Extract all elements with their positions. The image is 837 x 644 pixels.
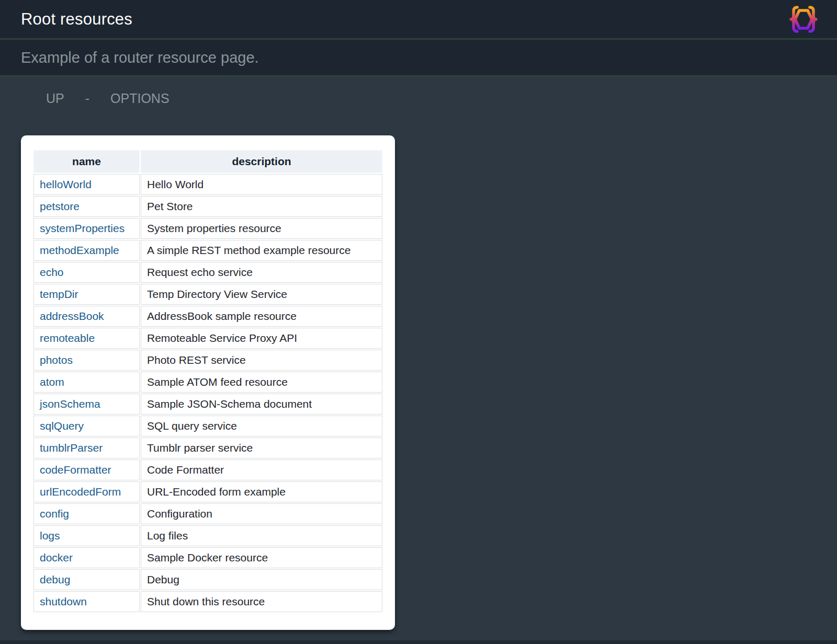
resource-link[interactable]: systemProperties (40, 222, 125, 234)
resource-link[interactable]: shutdown (40, 595, 87, 607)
resource-description-cell: Sample JSON-Schema document (141, 394, 382, 415)
resource-name-cell: logs (33, 525, 140, 546)
resource-name-cell: photos (33, 350, 140, 371)
table-row: urlEncodedForm URL-Encoded form example (33, 481, 382, 502)
resource-description-cell: Photo REST service (141, 350, 382, 371)
table-row: tempDir Temp Directory View Service (33, 284, 382, 305)
resource-link[interactable]: petstore (40, 200, 80, 212)
resource-description-cell: Tumblr parser service (141, 438, 382, 458)
resource-link[interactable]: sqlQuery (40, 420, 84, 432)
resource-link[interactable]: tumblrParser (40, 442, 103, 454)
column-header-name: name (33, 150, 140, 173)
up-link[interactable]: UP (46, 91, 64, 106)
resource-description-cell: Pet Store (141, 196, 382, 217)
resource-name-cell: jsonSchema (33, 394, 140, 415)
page-title: Root resources (21, 10, 132, 29)
resource-description-cell: Configuration (141, 503, 382, 524)
resource-nav: UP - OPTIONS (46, 91, 837, 106)
resource-link[interactable]: codeFormatter (40, 464, 111, 476)
resource-description-cell: Shut down this resource (141, 591, 382, 612)
nav-separator: - (85, 91, 89, 106)
resource-name-cell: tumblrParser (33, 438, 140, 458)
resource-description-cell: Hello World (141, 174, 382, 195)
resource-name-cell: config (33, 503, 140, 524)
page: Root resources Example of a router resou… (0, 0, 837, 644)
table-row: photos Photo REST service (33, 350, 382, 371)
table-row: addressBook AddressBook sample resource (33, 306, 382, 327)
resource-link[interactable]: config (40, 508, 69, 520)
table-row: methodExample A simple REST method examp… (33, 240, 382, 261)
options-link[interactable]: OPTIONS (110, 91, 169, 106)
resource-name-cell: methodExample (33, 240, 140, 261)
footer-strip (0, 640, 837, 644)
column-header-description: description (141, 150, 382, 173)
resource-description-cell: A simple REST method example resource (141, 240, 382, 261)
table-row: echo Request echo service (33, 262, 382, 283)
table-row: systemProperties System properties resou… (33, 218, 382, 239)
resource-link[interactable]: debug (40, 573, 70, 585)
resource-name-cell: remoteable (33, 328, 140, 349)
resource-name-cell: sqlQuery (33, 416, 140, 436)
table-header-row: name description (33, 150, 382, 173)
resource-name-cell: codeFormatter (33, 459, 140, 480)
resource-name-cell: systemProperties (33, 218, 140, 239)
resource-link[interactable]: methodExample (40, 244, 119, 256)
resource-name-cell: urlEncodedForm (33, 481, 140, 502)
resource-description-cell: URL-Encoded form example (141, 481, 382, 502)
table-row: helloWorld Hello World (33, 174, 382, 195)
resource-description-cell: AddressBook sample resource (141, 306, 382, 327)
table-row: debug Debug (33, 569, 382, 590)
table-row: logs Log files (33, 525, 382, 546)
resources-card: name description helloWorld Hello World … (21, 135, 395, 630)
resource-description-cell: Remoteable Service Proxy API (141, 328, 382, 349)
resource-link[interactable]: remoteable (40, 332, 95, 344)
resource-description-cell: Sample Docker resource (141, 547, 382, 568)
table-row: jsonSchema Sample JSON-Schema document (33, 394, 382, 415)
resource-name-cell: atom (33, 372, 140, 393)
resource-link[interactable]: atom (40, 376, 64, 388)
resource-name-cell: addressBook (33, 306, 140, 327)
resource-link[interactable]: logs (40, 530, 60, 542)
resource-name-cell: debug (33, 569, 140, 590)
table-row: sqlQuery SQL query service (33, 416, 382, 436)
table-row: config Configuration (33, 503, 382, 524)
table-row: shutdown Shut down this resource (33, 591, 382, 612)
resource-name-cell: helloWorld (33, 174, 140, 195)
braces-hexagon-logo-icon (785, 5, 822, 34)
resource-name-cell: shutdown (33, 591, 140, 612)
table-row: petstore Pet Store (33, 196, 382, 217)
resource-description-cell: Sample ATOM feed resource (141, 372, 382, 393)
resource-description-cell: Temp Directory View Service (141, 284, 382, 305)
resource-link[interactable]: jsonSchema (40, 398, 100, 410)
table-row: remoteable Remoteable Service Proxy API (33, 328, 382, 349)
resource-table-body: helloWorld Hello World petstore Pet Stor… (33, 174, 382, 612)
resource-description-cell: Code Formatter (141, 459, 382, 480)
table-row: docker Sample Docker resource (33, 547, 382, 568)
resource-description-cell: Debug (141, 569, 382, 590)
resource-name-cell: petstore (33, 196, 140, 217)
resource-description-cell: Log files (141, 525, 382, 546)
resource-link[interactable]: docker (40, 551, 73, 564)
table-row: tumblrParser Tumblr parser service (33, 438, 382, 458)
resource-description-cell: Request echo service (141, 262, 382, 283)
app-header: Root resources (0, 0, 837, 40)
table-row: codeFormatter Code Formatter (33, 459, 382, 480)
resource-name-cell: tempDir (33, 284, 140, 305)
resource-name-cell: echo (33, 262, 140, 283)
resource-description-cell: SQL query service (141, 416, 382, 436)
main-content: UP - OPTIONS name description helloWorld… (0, 77, 837, 644)
resource-link[interactable]: helloWorld (40, 178, 92, 190)
resource-link[interactable]: echo (40, 266, 64, 278)
page-subtitle: Example of a router resource page. (0, 40, 837, 77)
resource-link[interactable]: urlEncodedForm (40, 486, 121, 498)
resource-link[interactable]: tempDir (40, 288, 78, 300)
resource-name-cell: docker (33, 547, 140, 568)
resource-link[interactable]: photos (40, 354, 73, 366)
resource-description-cell: System properties resource (141, 218, 382, 239)
table-row: atom Sample ATOM feed resource (33, 372, 382, 393)
resource-link[interactable]: addressBook (40, 310, 104, 322)
resources-table: name description helloWorld Hello World … (32, 149, 383, 613)
